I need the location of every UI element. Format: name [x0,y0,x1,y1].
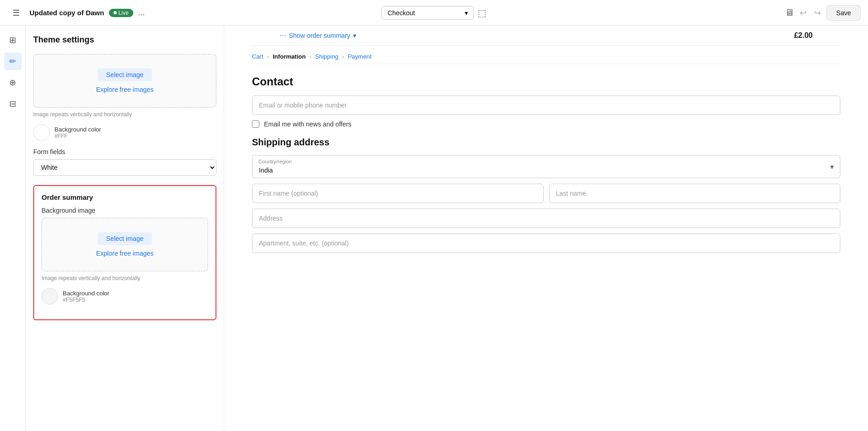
color-label-2: Background color [63,290,109,297]
cursor-icon[interactable]: ⬚ [478,7,486,18]
toggle-dots-icon: ⋯ [280,32,286,39]
topbar: ☰ Updated copy of Dawn Live ... Checkout… [0,0,868,26]
shipping-title: Shipping address [252,137,840,148]
redo-button[interactable]: ↪ [812,6,823,20]
country-label: Country/region [258,159,292,164]
chevron-down-icon-summary: ▾ [353,32,356,39]
theme-panel-title: Theme settings [33,35,216,45]
select-image-button-1[interactable]: Select image [98,68,152,81]
page-selector[interactable]: Checkout ▾ [382,6,474,20]
store-name: Updated copy of Dawn [30,9,104,17]
topbar-left: ☰ Updated copy of Dawn Live ... [7,4,376,22]
form-fields-select[interactable]: White Light Dark [33,159,216,176]
newsletter-label: Email me with news and offers [264,120,352,128]
sidebar-icon-layout[interactable]: ⊞ [4,31,22,49]
image-upload-box-2: Select image Explore free images [42,218,208,271]
country-select[interactable]: India [252,155,840,178]
email-input[interactable] [252,96,840,115]
newsletter-checkbox[interactable] [252,120,259,128]
checkout-preview: ⋯ Show order summary ▾ £2.00 Cart › Info… [224,26,868,431]
menu-icon[interactable]: ☰ [7,4,25,22]
contact-section: Contact Email me with news and offers [252,75,840,128]
live-label: Live [119,10,129,16]
form-fields-label: Form fields [33,148,216,156]
color-label-1: Background color [54,126,101,133]
live-dot [114,11,117,14]
breadcrumb-payment[interactable]: Payment [348,53,371,60]
desktop-icon[interactable]: 🖥 [785,7,794,18]
breadcrumb-information[interactable]: Information [273,53,306,60]
bg-color-row-2: Background color #F5F5F5 [42,288,208,305]
breadcrumb-sep-2: › [309,53,311,60]
name-row [252,184,840,203]
repeats-text-1: Image repeats vertically and horizontall… [33,111,216,118]
page-selector-value: Checkout [388,9,415,17]
breadcrumb-cart[interactable]: Cart [252,53,263,60]
breadcrumb-shipping[interactable]: Shipping [315,53,339,60]
color-info-1: Background color #FFF [54,126,101,139]
order-summary-price: £2.00 [794,31,813,40]
sidebar-icon-blocks[interactable]: ⊟ [4,95,22,113]
color-hex-1: #FFF [54,133,101,139]
newsletter-row: Email me with news and offers [252,120,840,128]
undo-button[interactable]: ↩ [798,6,808,20]
topbar-center: Checkout ▾ ⬚ [382,6,486,20]
order-summary-toggle-label: Show order summary [289,32,350,39]
address-input[interactable] [252,209,840,228]
sidebar-icon-theme[interactable]: ✏ [4,53,22,70]
image-upload-box-1: Select image Explore free images [33,54,216,108]
select-image-button-2[interactable]: Select image [98,232,152,245]
bg-color-row-1: Background color #FFF [33,124,216,141]
breadcrumb-sep-3: › [342,53,344,60]
contact-title: Contact [252,75,840,88]
theme-panel: Theme settings Select image Explore free… [26,26,224,431]
order-summary-toggle[interactable]: ⋯ Show order summary ▾ [280,32,356,39]
order-summary-header: ⋯ Show order summary ▾ £2.00 [252,26,840,46]
chevron-down-icon: ▾ [465,9,468,17]
color-circle-1[interactable] [33,124,50,141]
explore-free-images-link-2[interactable]: Explore free images [96,250,154,257]
apt-input[interactable] [252,233,840,253]
live-badge: Live [109,9,133,17]
country-region-wrapper: Country/region India ▾ [252,155,840,178]
main-layout: ⊞ ✏ ⊕ ⊟ Theme settings Select image Expl… [0,26,868,431]
breadcrumb: Cart › Information › Shipping › Payment [252,53,840,60]
color-circle-2[interactable] [42,288,58,305]
sidebar-icons: ⊞ ✏ ⊕ ⊟ [0,26,26,431]
more-button[interactable]: ... [138,8,145,18]
breadcrumb-sep-1: › [267,53,269,60]
save-button[interactable]: Save [826,5,861,21]
sidebar-icon-apps[interactable]: ⊕ [4,74,22,91]
bg-image-label: Background image [42,207,208,214]
color-info-2: Background color #F5F5F5 [63,290,109,303]
color-hex-2: #F5F5F5 [63,297,109,303]
explore-free-images-link-1[interactable]: Explore free images [96,86,154,93]
last-name-input[interactable] [549,184,841,203]
order-summary-title: Order summary [42,193,208,201]
breadcrumb-bar: Cart › Information › Shipping › Payment [252,46,840,64]
shipping-section: Shipping address Country/region India ▾ [252,137,840,258]
first-name-input[interactable] [252,184,544,203]
order-summary-section: Order summary Background image Select im… [33,185,216,320]
main-content: ⋯ Show order summary ▾ £2.00 Cart › Info… [224,26,868,431]
repeats-text-2: Image repeats vertically and horizontall… [42,275,208,281]
topbar-right: 🖥 ↩ ↪ Save [492,5,861,21]
